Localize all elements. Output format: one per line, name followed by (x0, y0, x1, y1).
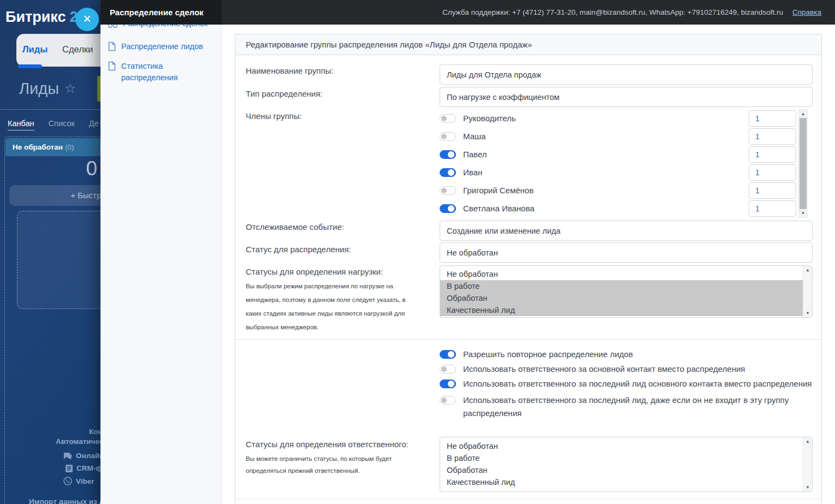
active-tab-underline (18, 64, 42, 68)
contact-center-widget: Контакт- Автоматическое до Онлайн-чат CR… (17, 211, 100, 309)
scrollbar-thumb[interactable] (800, 118, 807, 209)
member-toggle[interactable] (440, 168, 456, 177)
form-icon (66, 465, 73, 472)
kanban-column-header[interactable]: Не обработан(0) (5, 138, 100, 156)
distribution-status-input[interactable] (440, 242, 813, 263)
distribution-type-input[interactable] (440, 87, 813, 107)
toggle-option-row: Разрешить повторное распределение лидов (440, 348, 816, 361)
scroll-down-icon[interactable]: ▼ (799, 211, 807, 216)
logo-brand: Битрикс (5, 9, 66, 25)
status-option[interactable]: Обработан (440, 464, 803, 476)
member-coefficient-input[interactable] (749, 164, 796, 181)
group-name-input[interactable] (440, 64, 813, 85)
view-tab-list[interactable]: Список (49, 119, 75, 131)
panel-header: Распределение сделок (100, 0, 222, 25)
tab-deals[interactable]: Сделки (62, 44, 93, 55)
channel-label: Онлайн-чат (76, 452, 100, 460)
status-option[interactable]: В работе (440, 280, 803, 292)
channel-crm-forms[interactable]: CRM-формы (66, 464, 100, 472)
option-toggle[interactable] (440, 350, 456, 359)
kanban-column-title: Не обработан (13, 143, 63, 151)
bitrix24-logo: Битрикс24 (5, 9, 86, 26)
responsible-statuses-listbox: ▲ ▼ Не обработан В работе Обработан Каче… (440, 437, 813, 492)
status-option[interactable]: В работе (440, 452, 803, 464)
member-coefficient-input[interactable] (749, 146, 796, 163)
toggle-knob (441, 188, 447, 193)
toggle-knob (448, 351, 454, 358)
members-list: ▲ ▼ Руководитель Маша (440, 109, 808, 218)
sidebar-item-statistics[interactable]: Статистика распределения (108, 61, 195, 84)
panel-header-title: Распределение сделок (110, 8, 204, 17)
status-option[interactable]: Качественный лид (440, 304, 803, 316)
listbox-scrollbar[interactable]: ▲ ▼ (803, 266, 812, 317)
kanban-column-total: 0 (71, 157, 97, 180)
toggle-options-list: Разрешить повторное распределение лидов … (440, 348, 816, 422)
member-row: Павел (440, 145, 808, 163)
kanban-column-count: (0) (65, 143, 74, 151)
screen: Битрикс24 Лиды Сделки Лиды☆ Канбан Списо… (0, 0, 835, 504)
toggle-knob (441, 398, 447, 403)
toggle-option-label: Использовать ответственного за последний… (463, 377, 812, 390)
edit-group-form: Редактирование группы распределения лидо… (235, 34, 822, 504)
member-coefficient-input[interactable] (749, 128, 796, 145)
divider (0, 109, 100, 110)
panel-content: Редактирование группы распределения лидо… (222, 25, 835, 504)
toggle-option-label: Разрешить повторное распределение лидов (463, 348, 633, 361)
page-title-row: Лиды☆ (19, 80, 76, 98)
status-option[interactable]: Обработан (440, 292, 803, 304)
listbox-scrollbar[interactable]: ▲ ▼ (803, 437, 812, 491)
view-tab-kanban[interactable]: Канбан (8, 119, 34, 131)
document-icon (108, 61, 116, 71)
scroll-down-icon[interactable]: ▼ (803, 485, 812, 490)
member-coefficient-input[interactable] (749, 200, 796, 217)
status-option[interactable]: Качественный лид (440, 476, 803, 488)
channel-online-chat[interactable]: Онлайн-чат (63, 452, 100, 460)
page-title: Лиды (19, 80, 59, 97)
toggle-knob (448, 381, 454, 387)
close-panel-button[interactable]: × (75, 8, 99, 31)
support-text: Служба поддержки: +7 (4712) 77-31-20, ma… (442, 8, 783, 16)
help-link[interactable]: Справка (792, 8, 821, 16)
member-coefficient-input[interactable] (749, 182, 796, 199)
tracked-event-label: Отслеживаемое событие: (246, 222, 344, 232)
scroll-up-icon[interactable]: ▲ (799, 111, 807, 116)
option-toggle[interactable] (440, 396, 456, 405)
scroll-up-icon[interactable]: ▲ (803, 439, 812, 444)
member-toggle[interactable] (440, 150, 456, 159)
member-toggle[interactable] (440, 204, 456, 213)
toggle-knob (448, 169, 454, 176)
document-icon (108, 41, 116, 51)
member-row: Григорий Семёнов (440, 181, 808, 199)
favorite-star-icon[interactable]: ☆ (64, 81, 76, 96)
toggle-option-row: Использовать ответственного за последний… (440, 394, 816, 420)
tracked-event-input[interactable] (440, 221, 813, 241)
scroll-up-icon[interactable]: ▲ (803, 268, 812, 272)
option-toggle[interactable] (440, 380, 456, 388)
member-row: Руководитель (440, 109, 808, 127)
tab-leads[interactable]: Лиды (22, 44, 48, 55)
member-name: Иван (463, 168, 482, 177)
member-coefficient-input[interactable] (749, 110, 796, 127)
status-option[interactable]: Не обработан (440, 268, 803, 280)
import-data-text: Импорт данных из другой (29, 497, 100, 504)
members-scrollbar[interactable]: ▲ ▼ (798, 109, 808, 218)
toggle-knob (448, 205, 454, 212)
toggle-option-label: Использовать ответственного за последний… (463, 394, 815, 420)
scroll-down-icon[interactable]: ▼ (803, 311, 812, 316)
view-tabs: Канбан Список Де (8, 119, 99, 131)
member-toggle[interactable] (440, 114, 456, 123)
member-name: Светлана Иванова (463, 204, 535, 213)
quick-add-lead-button[interactable]: + Быстр (9, 185, 100, 206)
sidebar-item-lead-distribution[interactable]: Распределение лидов (108, 41, 203, 52)
entity-tabs: Лиды Сделки (16, 34, 100, 67)
channel-viber[interactable]: Viber (63, 477, 94, 485)
widget-title-line1: Контакт- (89, 428, 100, 436)
member-name: Павел (463, 150, 487, 159)
status-option[interactable]: Не обработан (440, 440, 803, 452)
member-toggle[interactable] (440, 186, 456, 195)
toggle-knob (448, 151, 454, 158)
view-tab-activities[interactable]: Де (89, 119, 99, 131)
member-toggle[interactable] (440, 132, 456, 141)
option-toggle[interactable] (440, 365, 456, 373)
load-statuses-listbox: ▲ ▼ Не обработан В работе Обработан Каче… (440, 265, 813, 318)
